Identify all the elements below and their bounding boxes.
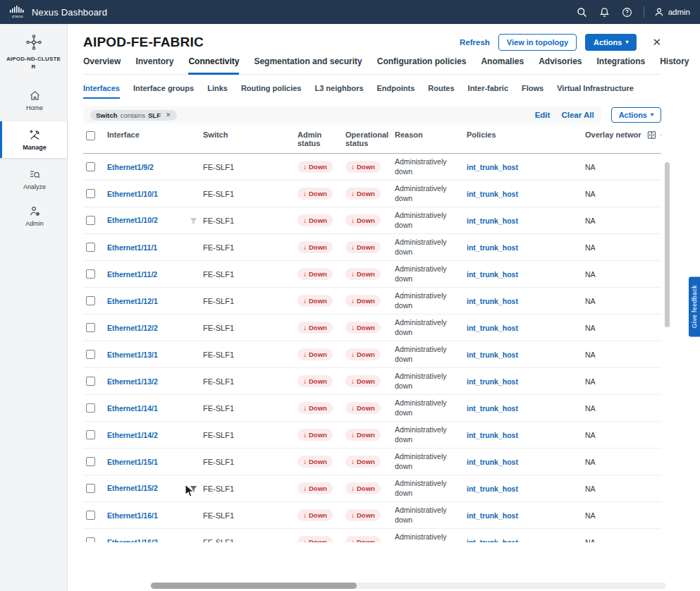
row-checkbox[interactable] <box>86 537 95 542</box>
tab-segmentation-and-security[interactable]: Segmentation and security <box>254 56 362 75</box>
interface-link[interactable]: Ethernet1/16/1 <box>107 511 158 520</box>
interface-link[interactable]: Ethernet1/13/2 <box>107 377 158 386</box>
row-checkbox[interactable] <box>86 511 95 520</box>
column-header-overlay-network[interactable]: Overlay networ <box>582 128 644 154</box>
row-checkbox[interactable] <box>86 457 95 466</box>
subtab-l3-neighbors[interactable]: L3 neighbors <box>314 84 363 99</box>
subtab-links[interactable]: Links <box>207 84 228 99</box>
policy-link[interactable]: int_trunk_host <box>467 351 518 359</box>
policy-link[interactable]: int_trunk_host <box>467 217 518 225</box>
refresh-link[interactable]: Refresh <box>460 38 490 47</box>
row-checkbox[interactable] <box>86 243 95 252</box>
column-header-policies[interactable]: Policies <box>464 128 582 154</box>
subtab-routing-policies[interactable]: Routing policies <box>241 84 302 99</box>
policy-link[interactable]: int_trunk_host <box>467 431 518 439</box>
column-header-reason[interactable]: Reason <box>392 128 464 154</box>
row-checkbox[interactable] <box>86 189 95 198</box>
cluster-selector[interactable]: AIPOD-ND-CLUSTER <box>0 24 67 82</box>
row-checkbox[interactable] <box>86 323 95 332</box>
row-checkbox[interactable] <box>86 377 95 386</box>
filter-funnel-icon[interactable] <box>190 217 197 225</box>
subtab-flows[interactable]: Flows <box>522 84 544 99</box>
tab-overview[interactable]: Overview <box>83 56 121 75</box>
tab-connectivity[interactable]: Connectivity <box>188 56 239 75</box>
edit-link[interactable]: Edit <box>535 111 551 119</box>
row-checkbox[interactable] <box>86 430 95 439</box>
sidebar-item-analyze[interactable]: Analyze <box>0 161 67 197</box>
tab-configuration-policies[interactable]: Configuration policies <box>377 56 467 75</box>
subtab-endpoints[interactable]: Endpoints <box>377 84 415 99</box>
interface-link[interactable]: Ethernet1/15/2 <box>107 484 158 492</box>
column-header-operational-status[interactable]: Operational status <box>343 128 392 154</box>
interface-link[interactable]: Ethernet1/16/2 <box>107 538 158 543</box>
policy-link[interactable]: int_trunk_host <box>467 377 518 386</box>
give-feedback-tab[interactable]: Give feedback <box>689 276 700 336</box>
policy-link[interactable]: int_trunk_host <box>467 324 518 332</box>
sidebar-item-admin[interactable]: Admin <box>0 197 67 234</box>
row-checkbox[interactable] <box>86 216 95 225</box>
policy-link[interactable]: int_trunk_host <box>467 485 518 493</box>
help-icon[interactable] <box>621 6 634 18</box>
column-header-interface[interactable]: Interface <box>104 128 200 154</box>
row-checkbox[interactable] <box>86 269 95 279</box>
policy-link[interactable]: int_trunk_host <box>467 511 518 520</box>
subtab-interface-groups[interactable]: Interface groups <box>133 84 194 99</box>
actions-button[interactable]: Actions ▾ <box>585 34 637 51</box>
interface-link[interactable]: Ethernet1/9/2 <box>107 163 154 171</box>
policy-link[interactable]: int_trunk_host <box>467 297 518 305</box>
row-checkbox[interactable] <box>86 350 95 359</box>
interface-link[interactable]: Ethernet1/10/1 <box>107 190 158 198</box>
policy-link[interactable]: int_trunk_host <box>467 404 518 413</box>
interface-link[interactable]: Ethernet1/12/2 <box>107 324 158 332</box>
filter-funnel-icon[interactable] <box>190 485 197 493</box>
column-settings-icon[interactable] <box>647 130 656 140</box>
sidebar-item-home[interactable]: Home <box>0 82 67 118</box>
tab-integrations[interactable]: Integrations <box>597 56 646 75</box>
row-checkbox[interactable] <box>86 162 95 171</box>
filter-input-area[interactable]: Switch contains SLF ✕ Edit Clear All <box>83 106 601 123</box>
tab-advisories[interactable]: Advisories <box>539 56 582 75</box>
row-checkbox[interactable] <box>86 296 95 305</box>
policy-link[interactable]: int_trunk_host <box>467 190 518 198</box>
row-checkbox[interactable] <box>86 403 95 413</box>
subtab-interfaces[interactable]: Interfaces <box>83 84 120 99</box>
subtab-virtual-infrastructure[interactable]: Virtual Infrastructure <box>557 84 634 99</box>
tab-inventory[interactable]: Inventory <box>135 56 173 75</box>
notifications-bell-icon[interactable] <box>598 6 611 18</box>
gear-icon[interactable] <box>660 130 661 140</box>
vertical-scrollbar-thumb[interactable] <box>665 162 670 327</box>
interface-link[interactable]: Ethernet1/11/2 <box>107 270 157 279</box>
tab-anomalies[interactable]: Anomalies <box>481 56 524 75</box>
policy-link[interactable]: int_trunk_host <box>467 243 518 252</box>
subtab-inter-fabric[interactable]: Inter-fabric <box>468 84 508 99</box>
sidebar-item-manage[interactable]: Manage <box>0 121 67 158</box>
interface-link[interactable]: Ethernet1/13/1 <box>107 351 158 359</box>
horizontal-scrollbar[interactable] <box>151 583 666 589</box>
column-header-switch[interactable]: Switch <box>200 128 295 154</box>
brand: cisco Nexus Dashboard <box>10 6 107 18</box>
view-in-topology-button[interactable]: View in topology <box>498 34 577 51</box>
interface-link[interactable]: Ethernet1/10/2 <box>107 216 158 224</box>
close-icon[interactable]: ✕ <box>652 36 661 49</box>
interface-link[interactable]: Ethernet1/14/1 <box>107 404 158 413</box>
filter-chip[interactable]: Switch contains SLF ✕ <box>90 110 177 121</box>
policy-link[interactable]: int_trunk_host <box>467 270 518 279</box>
interface-link[interactable]: Ethernet1/11/1 <box>107 243 157 252</box>
select-all-checkbox[interactable] <box>86 131 95 140</box>
policy-link[interactable]: int_trunk_host <box>467 163 518 171</box>
chip-remove-icon[interactable]: ✕ <box>166 111 171 118</box>
policy-link[interactable]: int_trunk_host <box>467 538 518 543</box>
user-menu[interactable]: admin <box>654 7 690 17</box>
tab-history[interactable]: History <box>660 56 689 75</box>
interface-link[interactable]: Ethernet1/12/1 <box>107 297 158 305</box>
column-header-admin-status[interactable]: Admin status <box>295 128 343 154</box>
search-icon[interactable] <box>576 6 589 18</box>
interface-link[interactable]: Ethernet1/14/2 <box>107 431 158 439</box>
clear-all-link[interactable]: Clear All <box>561 111 594 119</box>
interface-link[interactable]: Ethernet1/15/1 <box>107 458 158 466</box>
subtab-routes[interactable]: Routes <box>428 84 454 99</box>
row-checkbox[interactable] <box>86 484 95 493</box>
horizontal-scrollbar-thumb[interactable] <box>151 583 357 589</box>
filter-actions-button[interactable]: Actions ▾ <box>611 107 661 123</box>
policy-link[interactable]: int_trunk_host <box>467 458 518 466</box>
